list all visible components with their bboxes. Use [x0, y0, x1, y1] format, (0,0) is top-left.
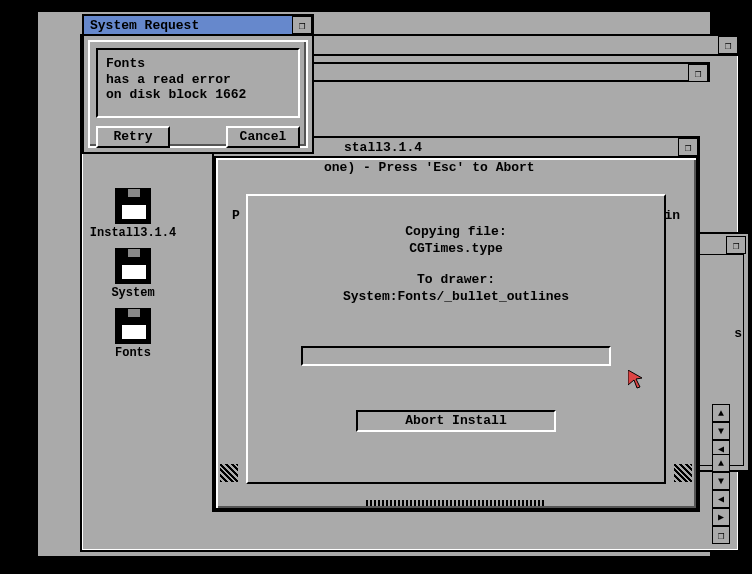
floppy-icon	[115, 308, 151, 344]
depth-gadget-icon[interactable]	[726, 236, 746, 254]
installer-panel: Copying file: CGTimes.type To drawer: Sy…	[246, 194, 666, 484]
to-drawer-path: System:Fonts/_bullet_outlines	[343, 289, 569, 306]
system-request-dialog: System Request Fonts has a read error on…	[82, 14, 314, 154]
panel-right-letters: in	[664, 208, 680, 223]
size-gadget-icon[interactable]	[712, 526, 730, 544]
disk-icon-fonts[interactable]: Fonts	[94, 308, 172, 360]
arrow-up-icon[interactable]: ▲	[712, 404, 730, 422]
retry-button[interactable]: Retry	[96, 126, 170, 148]
cancel-button[interactable]: Cancel	[226, 126, 300, 148]
disk-icon-column: Install3.1.4 System Fonts	[94, 188, 172, 360]
progress-bar	[301, 346, 611, 366]
arrow-up-icon[interactable]: ▲	[712, 454, 730, 472]
sysreq-msg-line3: on disk block 1662	[106, 87, 290, 103]
fragment-letter: s	[734, 326, 742, 341]
arrow-left-icon[interactable]: ◀	[712, 490, 730, 508]
disk-label: System	[111, 286, 154, 300]
disk-label: Fonts	[115, 346, 151, 360]
copying-file: CGTimes.type	[409, 241, 503, 258]
sysreq-msg-line1: Fonts	[106, 56, 290, 72]
scroll-arrows-bg: ▲ ▼ ◀ ▶	[712, 454, 730, 544]
drag-handle-icon[interactable]	[366, 500, 546, 506]
svg-marker-0	[628, 370, 642, 388]
drag-handle-icon[interactable]	[674, 464, 692, 482]
sysreq-title: System Request	[84, 18, 292, 33]
desktop: Install3.1.4 System Fonts s ▲ ▼	[38, 12, 710, 556]
depth-gadget-icon[interactable]	[688, 64, 708, 82]
installer-window: stall3.1.4 one) - Press 'Esc' to Abort P…	[212, 136, 700, 512]
arrow-right-icon[interactable]: ▶	[712, 508, 730, 526]
drag-handle-icon[interactable]	[220, 464, 238, 482]
disk-icon-install[interactable]: Install3.1.4	[94, 188, 172, 240]
arrow-down-icon[interactable]: ▼	[712, 422, 730, 440]
sysreq-message: Fonts has a read error on disk block 166…	[96, 48, 300, 118]
abort-install-button[interactable]: Abort Install	[356, 410, 556, 432]
disk-icon-system[interactable]: System	[94, 248, 172, 300]
floppy-icon	[115, 188, 151, 224]
floppy-icon	[115, 248, 151, 284]
sysreq-msg-line2: has a read error	[106, 72, 290, 88]
depth-gadget-icon[interactable]	[678, 138, 698, 156]
to-drawer-label: To drawer:	[417, 272, 495, 289]
sysreq-titlebar[interactable]: System Request	[84, 16, 312, 36]
arrow-down-icon[interactable]: ▼	[712, 472, 730, 490]
panel-left-letter: P	[232, 208, 240, 223]
copying-label: Copying file:	[405, 224, 506, 241]
depth-gadget-icon[interactable]	[718, 36, 738, 54]
disk-label: Install3.1.4	[90, 226, 176, 240]
depth-gadget-icon[interactable]	[292, 16, 312, 34]
